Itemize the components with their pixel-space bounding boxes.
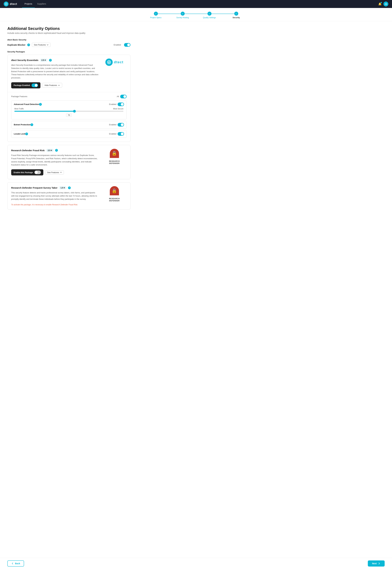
package-card-frequent-taker: Research Defender Frequent Survey Taker … xyxy=(7,182,130,209)
frequent-taker-help-icon[interactable]: ? xyxy=(68,186,71,189)
step-label-4: Security xyxy=(233,16,240,19)
botnet-toggle[interactable] xyxy=(118,123,124,127)
fraud-detection-slider-wrap: Most Traffic Most Secure 70 xyxy=(14,106,124,117)
chevron-down-icon xyxy=(47,44,49,46)
card-right-essentials: dtect xyxy=(102,58,127,66)
security-packages-label: Security Packages xyxy=(7,51,130,53)
user-avatar[interactable]: JS xyxy=(383,1,388,6)
logo[interactable]: dtect xyxy=(4,1,17,6)
duplicate-blocker-see-features-button[interactable]: See Features xyxy=(32,43,51,47)
step-survey-hosting[interactable]: ✓ Survey Hosting xyxy=(169,12,196,19)
logo-text: dtect xyxy=(10,2,17,6)
duplicate-blocker-enabled-label: Enabled xyxy=(114,44,121,46)
svg-point-1 xyxy=(107,60,111,64)
fraud-detection-help-icon[interactable]: ? xyxy=(39,103,42,106)
fraud-risk-toggle[interactable] xyxy=(34,171,41,174)
fraud-detection-enabled-label: Enabled xyxy=(109,103,116,105)
rd-icon-wrap: 🔒 xyxy=(110,149,119,159)
features-all-toggle[interactable] xyxy=(120,95,127,98)
card-title-row-fraud-risk: Research Defender Fraud Risk 2.5 ¢ ? xyxy=(11,149,98,152)
chevron-down-icon-2 xyxy=(60,171,62,173)
slider-track[interactable] xyxy=(14,111,123,112)
card-title-frequent-taker: Research Defender Frequent Survey Taker xyxy=(11,186,57,189)
features-header: Package Features All xyxy=(11,95,127,98)
feature-row-header-locale: Locale Lock ? Enabled xyxy=(14,132,124,136)
package-enabled-box-essentials: Package Enabled xyxy=(11,82,41,88)
fraud-detection-name: Advanced Fraud Detection xyxy=(14,103,39,105)
page-title: Additional Security Options xyxy=(7,26,130,31)
step-label-2: Survey Hosting xyxy=(176,16,189,19)
card-left-frequent-taker: Research Defender Frequent Survey Taker … xyxy=(11,186,98,206)
package-card-essentials: dtect Security Essentials 2.5 ¢ ? dtect … xyxy=(7,55,130,142)
step-circle-4: ✓ xyxy=(234,12,238,16)
steps: ✓ Project Specs ✓ Survey Hosting ✓ Quali… xyxy=(142,12,250,19)
feature-row-botnet: Botnet Protection ? Enabled xyxy=(11,121,127,128)
duplicate-blocker-help-icon[interactable]: ? xyxy=(27,43,30,46)
step-circle-2: ✓ xyxy=(181,12,185,16)
navbar: dtect Projects Suppliers 🔔 JS xyxy=(0,0,392,8)
card-title-fraud-risk: Research Defender Fraud Risk xyxy=(11,149,44,152)
next-button[interactable]: Next xyxy=(368,560,385,567)
card-title-row-essentials: dtect Security Essentials 2.5 ¢ ? xyxy=(11,58,98,62)
package-features-section-essentials: Package Features All Advanced Fraud Dete… xyxy=(8,92,130,142)
duplicate-blocker-toggle[interactable] xyxy=(124,43,130,47)
slider-thumb[interactable] xyxy=(73,110,76,113)
card-desc-frequent-taker: This security feature detects and tracks… xyxy=(11,191,98,201)
card-desc-essentials: dtect Security Essentials is a comprehen… xyxy=(11,64,98,80)
slider-label-right: Most Secure xyxy=(113,108,123,110)
rd-text-2: RESEARCHDEFENDER xyxy=(109,198,120,202)
step-circle-3: ✓ xyxy=(208,12,211,16)
features-header-label: Package Features xyxy=(11,95,28,98)
rd-text: RESEARCHDEFENDER xyxy=(109,160,120,165)
botnet-help-icon[interactable]: ? xyxy=(30,123,33,126)
essentials-help-icon[interactable]: ? xyxy=(49,59,52,62)
features-header-right: All xyxy=(117,95,127,98)
botnet-name: Botnet Protection xyxy=(14,124,30,126)
package-enabled-label-essentials: Package Enabled xyxy=(14,84,30,86)
nav-link-suppliers[interactable]: Suppliers xyxy=(35,0,49,8)
fraud-risk-help-icon[interactable]: ? xyxy=(55,149,58,152)
card-actions-essentials: Package Enabled Hide Features xyxy=(11,82,98,88)
features-all-label: All xyxy=(117,95,119,98)
locale-lock-toggle[interactable] xyxy=(118,132,124,136)
step-circle-1: ✓ xyxy=(154,12,158,16)
dtect-logo-graphic: dtect xyxy=(105,58,124,66)
nav-link-projects[interactable]: Projects xyxy=(22,0,35,8)
bell-icon[interactable]: 🔔 xyxy=(378,2,382,6)
step-project-specs[interactable]: ✓ Project Specs xyxy=(142,12,169,19)
duplicate-blocker-row: Duplicate Blocker ? See Features Enabled xyxy=(7,43,130,47)
feature-row-header-botnet: Botnet Protection ? Enabled xyxy=(14,123,124,127)
chevron-up-icon xyxy=(58,85,60,86)
locale-lock-enabled-label: Enabled xyxy=(109,133,116,135)
back-arrow-icon xyxy=(11,562,14,565)
frequent-taker-notice: To activate this package, it is necessar… xyxy=(11,204,98,206)
basic-security-label: dtect Basic Security xyxy=(7,39,130,41)
research-defender-logo-2: 🔒 RESEARCHDEFENDER xyxy=(109,186,120,202)
botnet-right: Enabled xyxy=(109,123,124,127)
main-content: Additional Security Options Include extr… xyxy=(0,21,138,225)
notification-dot xyxy=(381,2,382,3)
dtect-wordmark: dtect xyxy=(114,60,124,64)
step-security[interactable]: ✓ Security xyxy=(223,12,250,19)
locale-lock-help-icon[interactable]: ? xyxy=(25,132,28,135)
back-button[interactable]: Back xyxy=(7,560,24,567)
feature-row-fraud-detection: Advanced Fraud Detection ? Enabled Most … xyxy=(11,100,127,119)
fraud-risk-see-features-button[interactable]: See Features xyxy=(45,170,64,174)
fraud-detection-toggle[interactable] xyxy=(118,102,124,106)
step-quality-settings[interactable]: ✓ Quality Settings xyxy=(196,12,223,19)
feature-row-locale: Locale Lock ? Enabled xyxy=(11,130,127,138)
slider-labels: Most Traffic Most Secure xyxy=(14,108,124,110)
rd-icon-wrap-2: 🔒 xyxy=(110,186,119,197)
logo-icon xyxy=(4,1,9,6)
duplicate-blocker-name: Duplicate Blocker xyxy=(7,44,25,46)
essentials-hide-features-button[interactable]: Hide Features xyxy=(42,83,62,88)
locale-lock-right: Enabled xyxy=(109,132,124,136)
slider-label-left: Most Traffic xyxy=(14,108,24,110)
nav-links: Projects Suppliers xyxy=(22,0,49,8)
essentials-toggle[interactable] xyxy=(31,84,38,87)
card-left-fraud-risk: Research Defender Fraud Risk 2.5 ¢ ? Fra… xyxy=(11,149,98,175)
rd-shield-icon-2: 🔒 xyxy=(110,186,119,195)
card-desc-fraud-risk: Fraud Risk Security Package encompasses … xyxy=(11,154,98,167)
package-card-fraud-risk: Research Defender Fraud Risk 2.5 ¢ ? Fra… xyxy=(7,145,130,179)
slider-fill xyxy=(14,111,74,112)
